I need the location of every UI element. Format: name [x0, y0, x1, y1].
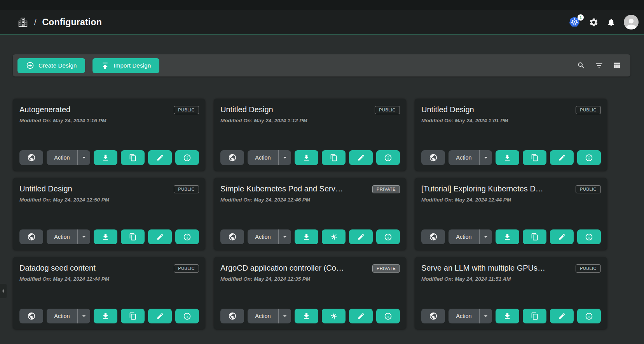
info-button[interactable] — [577, 150, 601, 165]
card-title: ArgoCD application controller (Co… — [220, 264, 344, 273]
import-design-button[interactable]: Import Design — [92, 58, 159, 73]
info-icon — [384, 233, 392, 241]
download-button[interactable] — [94, 150, 117, 165]
action-dropdown-toggle[interactable] — [77, 229, 90, 244]
avatar[interactable] — [624, 15, 639, 30]
clone-button[interactable] — [322, 309, 346, 323]
card-actions: Action — [220, 309, 400, 323]
info-button[interactable] — [376, 229, 400, 244]
publish-toggle-button[interactable] — [19, 150, 43, 165]
action-dropdown-toggle[interactable] — [278, 309, 291, 323]
action-dropdown-toggle[interactable] — [479, 150, 492, 165]
info-button[interactable] — [175, 309, 199, 323]
action-split-button[interactable]: Action — [47, 150, 90, 165]
action-split-button[interactable]: Action — [449, 229, 492, 244]
download-button[interactable] — [295, 150, 318, 165]
edit-button[interactable] — [550, 309, 574, 323]
action-split-button[interactable]: Action — [248, 229, 291, 244]
edit-button[interactable] — [349, 309, 373, 323]
clone-button[interactable] — [121, 150, 145, 165]
info-button[interactable] — [577, 229, 601, 244]
clone-button[interactable] — [322, 150, 346, 165]
info-button[interactable] — [376, 309, 400, 323]
action-button-label[interactable]: Action — [248, 150, 278, 165]
download-button[interactable] — [295, 229, 318, 244]
edit-button[interactable] — [148, 309, 172, 323]
action-button-label[interactable]: Action — [449, 309, 479, 323]
clone-button[interactable] — [523, 150, 546, 165]
edit-button[interactable] — [349, 150, 373, 165]
publish-toggle-button[interactable] — [19, 309, 43, 323]
action-button-label[interactable]: Action — [47, 309, 77, 323]
clone-button[interactable] — [121, 229, 145, 244]
action-dropdown-toggle[interactable] — [77, 309, 90, 323]
search-icon[interactable] — [576, 61, 586, 70]
visibility-badge: PRIVATE — [372, 264, 400, 273]
action-button-label[interactable]: Action — [248, 229, 278, 244]
download-button[interactable] — [496, 150, 519, 165]
action-dropdown-toggle[interactable] — [479, 229, 492, 244]
download-button[interactable] — [496, 309, 519, 323]
action-button-label[interactable]: Action — [47, 150, 77, 165]
action-split-button[interactable]: Action — [47, 229, 90, 244]
action-dropdown-toggle[interactable] — [278, 229, 291, 244]
download-button[interactable] — [496, 229, 519, 244]
publish-toggle-button[interactable] — [421, 150, 445, 165]
download-button[interactable] — [94, 309, 117, 323]
download-icon — [302, 154, 311, 162]
action-split-button[interactable]: Action — [248, 309, 291, 323]
edit-icon — [357, 312, 365, 320]
action-dropdown-toggle[interactable] — [278, 150, 291, 165]
publish-toggle-button[interactable] — [19, 229, 43, 244]
edit-button[interactable] — [148, 150, 172, 165]
visibility-badge: PUBLIC — [576, 264, 601, 273]
action-split-button[interactable]: Action — [47, 309, 90, 323]
action-split-button[interactable]: Action — [449, 309, 492, 323]
clone-button[interactable] — [121, 309, 145, 323]
create-design-button[interactable]: Create Design — [17, 58, 85, 73]
clone-button[interactable] — [523, 309, 546, 323]
info-button[interactable] — [577, 309, 601, 323]
action-dropdown-toggle[interactable] — [77, 150, 90, 165]
download-button[interactable] — [295, 309, 318, 323]
caret-down-icon — [482, 312, 490, 320]
publish-toggle-button[interactable] — [421, 309, 445, 323]
collapse-drawer-button[interactable] — [0, 284, 7, 298]
edit-button[interactable] — [550, 229, 574, 244]
action-button-label[interactable]: Action — [449, 150, 479, 165]
table-view-icon[interactable] — [612, 61, 622, 70]
info-button[interactable] — [175, 150, 199, 165]
publish-toggle-button[interactable] — [220, 229, 244, 244]
notifications-bell-icon[interactable] — [607, 18, 616, 27]
action-button-label[interactable]: Action — [47, 229, 77, 244]
action-split-button[interactable]: Action — [449, 150, 492, 165]
card-actions: Action — [421, 150, 601, 165]
action-dropdown-toggle[interactable] — [479, 309, 492, 323]
card-header: Untitled Design PUBLIC — [220, 105, 400, 114]
edit-button[interactable] — [148, 229, 172, 244]
organization-icon[interactable] — [17, 17, 28, 28]
clone-button[interactable] — [523, 229, 546, 244]
download-button[interactable] — [94, 229, 117, 244]
edit-button[interactable] — [349, 229, 373, 244]
edit-button[interactable] — [550, 150, 574, 165]
clone-button[interactable] — [322, 229, 346, 244]
card-header: Datadog seed content PUBLIC — [19, 264, 199, 273]
edit-icon — [558, 312, 566, 320]
info-button[interactable] — [175, 229, 199, 244]
filter-icon[interactable] — [594, 61, 604, 70]
card-header: Serve an LLM with multiple GPUs… PUBLIC — [421, 264, 601, 273]
publish-toggle-button[interactable] — [220, 309, 244, 323]
card-title: Untitled Design — [19, 184, 72, 193]
publish-toggle-button[interactable] — [421, 229, 445, 244]
action-split-button[interactable]: Action — [248, 150, 291, 165]
info-button[interactable] — [376, 150, 400, 165]
kubernetes-context-button[interactable]: 1 — [569, 16, 581, 28]
settings-gear-icon[interactable] — [589, 17, 599, 27]
action-button-label[interactable]: Action — [248, 309, 278, 323]
edit-icon — [156, 154, 164, 162]
card-modified: Modified On: May 24, 2024 12:44 PM — [421, 197, 601, 203]
action-button-label[interactable]: Action — [449, 229, 479, 244]
spiral-icon — [330, 233, 338, 241]
publish-toggle-button[interactable] — [220, 150, 244, 165]
